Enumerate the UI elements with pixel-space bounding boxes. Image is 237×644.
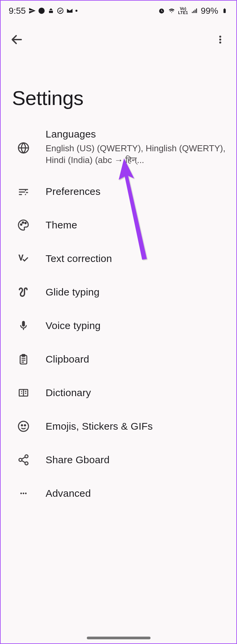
svg-point-1 (57, 8, 63, 14)
palette-icon (17, 219, 29, 231)
share-icon (17, 454, 29, 466)
item-languages[interactable]: Languages English (US) (QWERTY), Hinglis… (1, 120, 236, 175)
item-text: Text correction (46, 253, 228, 264)
gesture-icon (17, 286, 29, 298)
status-notification-icons (28, 7, 77, 14)
item-title: Languages (46, 128, 228, 140)
item-title: Preferences (46, 186, 228, 197)
status-right: Vo) LTE1 99% (158, 6, 228, 16)
item-title: Emojis, Stickers & GIFs (46, 421, 228, 432)
svg-point-21 (20, 493, 22, 494)
svg-rect-3 (224, 9, 226, 13)
mail-icon (66, 7, 73, 14)
app-bar (1, 19, 236, 50)
svg-point-6 (219, 39, 221, 41)
item-dictionary[interactable]: Dictionary (1, 376, 236, 410)
item-text: Preferences (46, 186, 228, 197)
more-horiz-icon (17, 487, 29, 499)
item-text: Advanced (46, 488, 228, 499)
item-text: Voice typing (46, 320, 228, 331)
item-text: Languages English (US) (QWERTY), Hinglis… (46, 128, 228, 166)
svg-point-15 (18, 421, 28, 431)
check-circle-icon (57, 7, 64, 14)
volte-label: Vo) LTE1 (178, 7, 188, 15)
item-title: Theme (46, 219, 228, 231)
status-bar: 9:55 Vo) LT (1, 1, 236, 19)
item-subtitle: English (US) (QWERTY), Hinglish (QWERTY)… (46, 143, 228, 166)
svg-point-16 (21, 425, 23, 426)
svg-point-18 (25, 455, 28, 458)
more-notifications-dot (75, 10, 77, 12)
gesture-nav-bar[interactable] (87, 637, 151, 639)
item-text-correction[interactable]: Text correction (1, 242, 236, 275)
item-title: Dictionary (46, 387, 228, 398)
svg-rect-13 (22, 355, 25, 357)
settings-list: Languages English (US) (QWERTY), Hinglis… (1, 120, 236, 517)
back-button[interactable] (9, 32, 25, 48)
status-time: 9:55 (9, 6, 26, 16)
item-theme[interactable]: Theme (1, 208, 236, 242)
svg-point-23 (25, 493, 27, 494)
item-text: Theme (46, 219, 228, 231)
item-advanced[interactable]: Advanced (1, 477, 236, 510)
item-title: Glide typing (46, 286, 228, 298)
svg-point-10 (22, 222, 24, 223)
alarm-icon (158, 7, 165, 14)
svg-point-0 (38, 8, 44, 14)
item-clipboard[interactable]: Clipboard (1, 342, 236, 376)
svg-point-7 (219, 42, 221, 44)
arrow-left-icon (10, 33, 23, 46)
jio-icon (38, 7, 45, 14)
spellcheck-icon (17, 253, 29, 265)
item-emojis[interactable]: Emojis, Stickers & GIFs (1, 410, 236, 443)
mosque-icon (47, 7, 55, 14)
item-text: Glide typing (46, 286, 228, 298)
item-title: Advanced (46, 488, 228, 499)
item-voice-typing[interactable]: Voice typing (1, 309, 236, 342)
item-text: Dictionary (46, 387, 228, 398)
emoji-icon (17, 420, 29, 432)
item-glide-typing[interactable]: Glide typing (1, 275, 236, 309)
item-text: Clipboard (46, 354, 228, 365)
item-preferences[interactable]: Preferences (1, 175, 236, 208)
item-text: Share Gboard (46, 454, 228, 466)
more-vert-icon (215, 34, 225, 46)
telegram-icon (28, 7, 36, 14)
item-text: Emojis, Stickers & GIFs (46, 421, 228, 432)
battery-icon (221, 7, 228, 14)
page-title: Settings (1, 50, 236, 120)
globe-icon (17, 142, 29, 154)
item-title: Clipboard (46, 354, 228, 365)
clipboard-icon (17, 353, 29, 365)
mic-icon (17, 320, 29, 332)
tune-icon (17, 185, 29, 198)
svg-point-17 (24, 425, 26, 426)
item-share-gboard[interactable]: Share Gboard (1, 443, 236, 477)
item-title: Text correction (46, 253, 228, 264)
svg-point-9 (20, 224, 22, 225)
item-title: Share Gboard (46, 454, 228, 466)
svg-point-19 (19, 459, 22, 462)
status-left: 9:55 (9, 6, 77, 16)
overflow-menu-button[interactable] (212, 32, 228, 48)
wifi-icon (168, 7, 175, 14)
svg-point-5 (219, 36, 221, 38)
item-title: Voice typing (46, 320, 228, 331)
svg-point-20 (25, 462, 28, 465)
signal-icon (191, 7, 198, 14)
battery-percent: 99% (201, 6, 218, 16)
svg-rect-4 (224, 8, 225, 9)
svg-point-22 (23, 493, 24, 494)
svg-point-11 (25, 222, 26, 224)
book-icon (17, 387, 29, 399)
